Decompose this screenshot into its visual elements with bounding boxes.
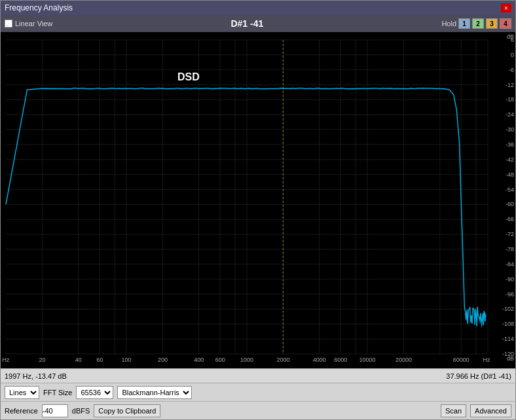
title-bar: Frequency Analysis × xyxy=(1,1,515,15)
dsd-label: DSD xyxy=(177,71,200,83)
toolbar: ✓ Linear View D#1 -41 Hold 1 2 3 4 xyxy=(1,15,515,32)
linear-view-label: Linear View xyxy=(15,20,52,27)
ref-value-input[interactable] xyxy=(42,404,68,417)
status-right: 37.966 Hz (D#1 -41) xyxy=(446,372,511,380)
window-select[interactable]: Blackmann-Harris Hann Flat Top xyxy=(117,386,192,399)
dbfs-label: dBFS xyxy=(72,407,90,415)
chart-area: DSD xyxy=(1,32,515,368)
hold-btn-3[interactable]: 3 xyxy=(486,18,498,29)
window-title: Frequency Analysis xyxy=(5,3,73,12)
frequency-chart[interactable] xyxy=(1,32,515,368)
hold-section: Hold 1 2 3 4 xyxy=(441,18,511,29)
status-left: 1997 Hz, -13.47 dB xyxy=(5,372,446,380)
hold-label: Hold xyxy=(441,20,456,27)
advanced-button[interactable]: Advanced xyxy=(470,404,511,417)
fft-size-select[interactable]: 65536 32768 16384 xyxy=(76,386,113,399)
ref-label: Reference xyxy=(5,407,38,415)
hold-btn-2[interactable]: 2 xyxy=(472,18,484,29)
controls-bar: Lines FFT Size 65536 32768 16384 Blackma… xyxy=(1,383,515,401)
hold-btn-1[interactable]: 1 xyxy=(458,18,470,29)
status-bar: 1997 Hz, -13.47 dB 37.966 Hz (D#1 -41) xyxy=(1,368,515,383)
main-window: Frequency Analysis × ✓ Linear View D#1 -… xyxy=(0,0,516,420)
scan-button[interactable]: Scan xyxy=(441,404,466,417)
fft-label: FFT Size xyxy=(43,389,72,396)
hold-btn-4[interactable]: 4 xyxy=(500,18,511,29)
linear-view-checkbox[interactable]: ✓ xyxy=(5,20,12,27)
ref-bar: Reference dBFS Copy to Clipboard Scan Ad… xyxy=(1,401,515,419)
chart-title: D#1 -41 xyxy=(230,18,263,29)
copy-clipboard-button[interactable]: Copy to Clipboard xyxy=(94,404,160,417)
close-button[interactable]: × xyxy=(501,3,511,12)
linear-view-toggle[interactable]: ✓ Linear View xyxy=(5,20,52,27)
lines-select[interactable]: Lines xyxy=(5,386,39,399)
